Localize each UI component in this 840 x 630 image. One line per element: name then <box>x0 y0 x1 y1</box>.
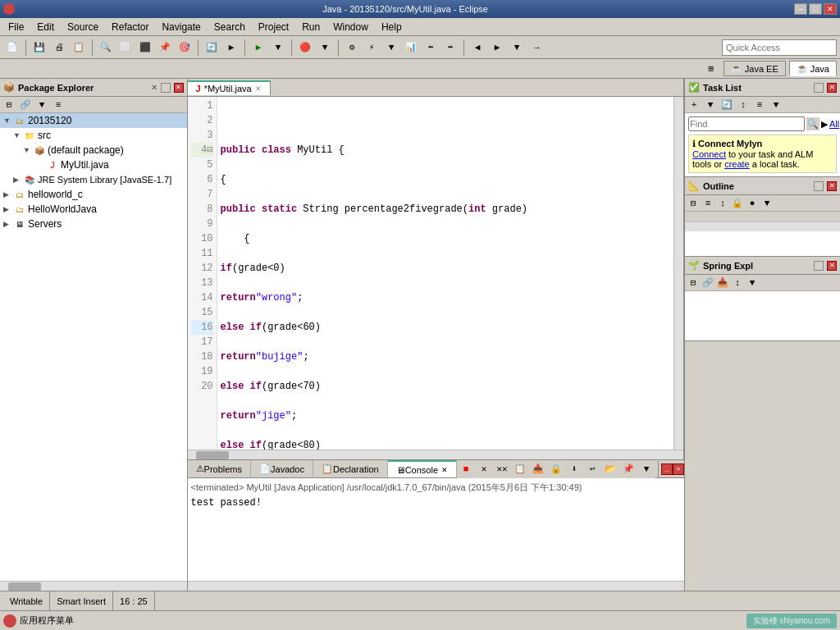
save-button[interactable]: 💾 <box>30 39 48 57</box>
task-list-minimize[interactable] <box>814 83 824 93</box>
outline-btn5[interactable]: ● <box>746 197 759 210</box>
menu-edit[interactable]: Edit <box>30 20 61 34</box>
tree-helloworldjava[interactable]: ▶ 🗂 HelloWorldJava <box>0 202 187 217</box>
history-button[interactable]: 📋 <box>70 39 88 57</box>
search-button[interactable]: 🔍 <box>97 39 115 57</box>
spring-btn1[interactable]: ⊟ <box>687 276 700 290</box>
editor-hscroll[interactable] <box>188 450 683 459</box>
tab-declaration[interactable]: 📋 Declaration <box>313 460 388 477</box>
pe-collapse-btn[interactable]: ⊟ <box>2 98 16 112</box>
editor-tab-myutil[interactable]: J *MyUtil.java ✕ <box>188 80 271 95</box>
tree-project-20135120[interactable]: ▼ 🗂 20135120 <box>0 113 187 128</box>
spring-close[interactable]: ✕ <box>827 261 837 271</box>
new-button[interactable]: 📄 <box>3 39 21 57</box>
console-tab-close[interactable]: ✕ <box>441 466 448 474</box>
outline-btn6[interactable]: ▼ <box>760 197 774 210</box>
task-filter-arrow[interactable]: ▶ <box>821 119 828 130</box>
quickaccess-input[interactable] <box>722 39 837 56</box>
console-scroll-end-btn[interactable]: ⬇ <box>565 460 583 478</box>
restore-button[interactable]: □ <box>809 3 822 15</box>
outline-minimize[interactable] <box>814 181 824 191</box>
menu-refactor[interactable]: Refactor <box>105 20 155 34</box>
menu-navigate[interactable]: Navigate <box>155 20 207 34</box>
spring-btn5[interactable]: ▼ <box>746 276 759 290</box>
tb-btn-7[interactable]: ▶ <box>222 39 240 57</box>
menu-search[interactable]: Search <box>208 20 252 34</box>
outline-btn2[interactable]: ≡ <box>701 197 714 210</box>
console-minimize-btn[interactable]: _ <box>661 463 673 475</box>
tb-btn-8[interactable]: ▼ <box>269 39 287 57</box>
menu-run[interactable]: Run <box>295 20 326 34</box>
mylyn-create-link[interactable]: create <box>724 159 750 169</box>
outline-close[interactable]: ✕ <box>827 181 837 191</box>
outline-btn4[interactable]: 🔒 <box>731 197 744 210</box>
console-menu-btn[interactable]: ▼ <box>637 460 655 478</box>
pe-menu-btn[interactable]: ≡ <box>51 98 66 112</box>
menu-source[interactable]: Source <box>61 20 105 34</box>
task-sort-btn[interactable]: ↕ <box>736 98 751 112</box>
tree-servers[interactable]: ▶ 🖥 Servers <box>0 217 187 231</box>
console-scroll-lock-btn[interactable]: 🔒 <box>547 460 565 478</box>
print-button[interactable]: 🖨 <box>50 39 68 57</box>
task-sync-btn[interactable]: 🔄 <box>719 98 734 112</box>
tb-btn-11[interactable]: ⚙ <box>343 39 361 57</box>
outline-btn3[interactable]: ↕ <box>716 197 729 210</box>
tree-default-package[interactable]: ▼ 📦 (default package) <box>0 143 187 158</box>
code-content[interactable]: public class MyUtil { { public static St… <box>217 97 673 450</box>
console-stop-btn[interactable]: ■ <box>457 460 475 478</box>
tree-src-folder[interactable]: ▼ 📁 src <box>0 128 187 143</box>
tb-btn-17[interactable]: ▼ <box>508 39 526 57</box>
perspective-menu-btn[interactable]: ⊞ <box>702 60 720 78</box>
task-new-btn[interactable]: + <box>687 98 701 112</box>
tb-btn-16[interactable]: ➡ <box>441 39 459 57</box>
perspective-javaee[interactable]: ☕ Java EE <box>724 61 786 76</box>
tb-btn-12[interactable]: ⚡ <box>363 39 381 57</box>
package-explorer-minimize[interactable] <box>161 83 171 93</box>
task-group-btn[interactable]: ≡ <box>752 98 767 112</box>
console-word-wrap-btn[interactable]: ↩ <box>583 460 601 478</box>
tree-myutil-java[interactable]: ▶ J MyUtil.java <box>0 158 187 172</box>
outline-btn1[interactable]: ⊟ <box>687 197 700 210</box>
editor-tab-close-icon[interactable]: ✕ <box>255 84 262 93</box>
mylyn-connect-link[interactable]: Connect <box>692 149 726 159</box>
tab-console[interactable]: 🖥 Console ✕ <box>388 460 457 477</box>
tb-btn-3[interactable]: ⬜ <box>116 39 135 57</box>
pe-scrollbar-h[interactable] <box>0 581 187 591</box>
tb-btn-10[interactable]: ▼ <box>316 39 334 57</box>
task-find-input[interactable] <box>688 116 805 131</box>
task-filter-btn[interactable]: ▼ <box>703 98 718 112</box>
run-button[interactable]: ▶ <box>249 39 267 57</box>
tb-btn-15[interactable]: ⬅ <box>422 39 440 57</box>
task-menu-btn[interactable]: ▼ <box>769 98 783 112</box>
tb-btn-4[interactable]: ⬛ <box>136 39 154 57</box>
tb-btn-13[interactable]: ▼ <box>382 39 400 57</box>
outline-hscroll[interactable] <box>685 221 840 231</box>
tree-jre-library[interactable]: ▶ 📚 JRE System Library [JavaSE-1.7] <box>0 172 187 187</box>
minimize-button[interactable]: ─ <box>794 3 807 15</box>
tb-btn-9[interactable]: 🔴 <box>296 39 314 57</box>
task-find-btn[interactable]: 🔍 <box>806 117 819 130</box>
console-copy-btn[interactable]: 📋 <box>511 460 529 478</box>
menu-window[interactable]: Window <box>326 20 375 34</box>
console-close-btn[interactable]: ✕ <box>673 463 684 475</box>
task-all-label[interactable]: All <box>829 119 839 129</box>
console-hscroll[interactable] <box>188 581 684 591</box>
tb-btn-18[interactable]: → <box>527 39 546 57</box>
tab-problems[interactable]: ⚠ Problems <box>188 460 251 477</box>
task-list-close[interactable]: ✕ <box>827 83 837 93</box>
tree-helloworld-c[interactable]: ▶ 🗂 helloworld_c <box>0 187 187 202</box>
package-explorer-close[interactable]: ✕ <box>174 83 184 93</box>
pe-link-btn[interactable]: 🔗 <box>18 98 33 112</box>
editor-vscroll[interactable] <box>673 97 683 450</box>
spring-btn3[interactable]: 📥 <box>716 276 729 290</box>
menu-file[interactable]: File <box>2 20 30 34</box>
spring-minimize[interactable] <box>814 261 824 271</box>
pe-filter-btn[interactable]: ▼ <box>34 98 49 112</box>
tab-javadoc[interactable]: 📄 Javadoc <box>251 460 313 477</box>
nav-fwd-button[interactable]: ▶ <box>488 39 506 57</box>
menu-help[interactable]: Help <box>375 20 409 34</box>
perspective-java[interactable]: ☕ Java <box>789 61 837 76</box>
nav-back-button[interactable]: ◀ <box>468 39 486 57</box>
close-button[interactable]: ✕ <box>824 3 837 15</box>
menu-project[interactable]: Project <box>252 20 295 34</box>
